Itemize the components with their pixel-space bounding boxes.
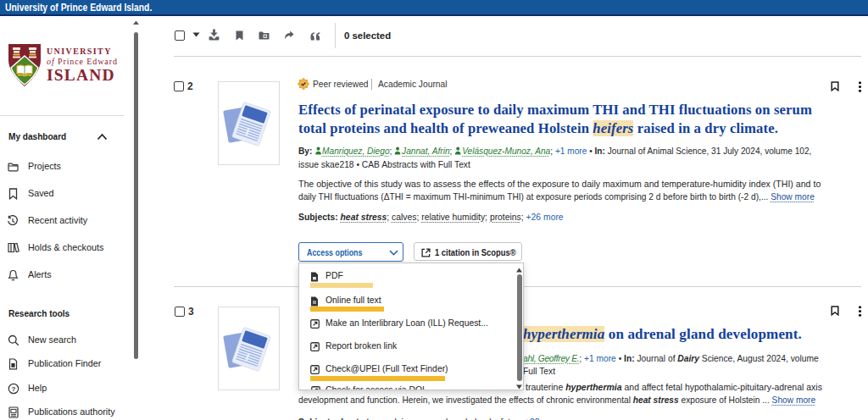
svg-text:UNIVERSITY: UNIVERSITY [47,47,112,56]
svg-text:?: ? [12,385,16,393]
svg-text:ISLAND: ISLAND [47,66,115,84]
svg-text:of Prince Edward: of Prince Edward [47,57,118,66]
